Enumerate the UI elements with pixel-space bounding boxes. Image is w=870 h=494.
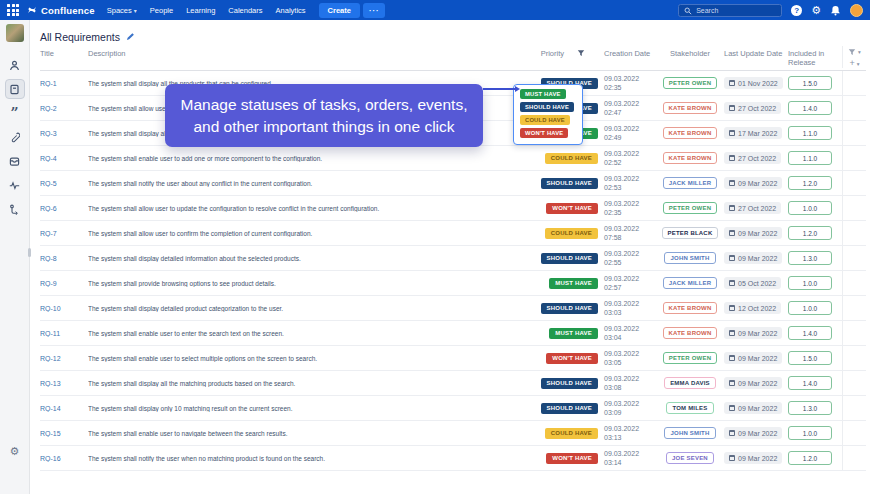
stakeholder-chip[interactable]: KATE BROWN <box>663 152 718 164</box>
last-update-chip[interactable]: 09 Mar 2022 <box>724 402 782 414</box>
priority-badge[interactable]: SHOULD HAVE <box>541 378 598 389</box>
activity-icon[interactable] <box>5 175 25 195</box>
release-chip[interactable]: 1.0.0 <box>788 201 832 215</box>
stakeholder-chip[interactable]: JACK MILLER <box>663 177 718 189</box>
row-id-link[interactable]: RQ-14 <box>40 405 88 412</box>
user-avatar[interactable] <box>850 4 863 17</box>
quotes-icon[interactable]: ” <box>5 103 25 123</box>
settings-icon[interactable]: ⚙ <box>811 5 821 16</box>
release-chip[interactable]: 1.0.0 <box>788 301 832 315</box>
nav-item-learning[interactable]: Learning <box>186 6 215 15</box>
row-id-link[interactable]: RQ-10 <box>40 305 88 312</box>
create-button[interactable]: Create <box>319 3 360 18</box>
release-chip[interactable]: 1.5.0 <box>788 351 832 365</box>
priority-badge[interactable]: SHOULD HAVE <box>541 178 598 189</box>
row-id-link[interactable]: RQ-13 <box>40 380 88 387</box>
last-update-chip[interactable]: 27 Oct 2022 <box>724 152 781 164</box>
pages-icon[interactable] <box>5 79 25 99</box>
confluence-brand[interactable]: Confluence <box>27 1 95 19</box>
help-icon[interactable]: ? <box>791 5 802 16</box>
row-id-link[interactable]: RQ-5 <box>40 180 88 187</box>
table-filter-button[interactable]: ▾ <box>848 48 861 56</box>
last-update-chip[interactable]: 01 Nov 2022 <box>724 77 783 89</box>
priority-filter-icon[interactable] <box>577 49 585 59</box>
stakeholder-chip[interactable]: KATE BROWN <box>663 127 718 139</box>
last-update-chip[interactable]: 09 Mar 2022 <box>724 252 782 264</box>
row-id-link[interactable]: RQ-6 <box>40 205 88 212</box>
priority-badge[interactable]: SHOULD HAVE <box>541 303 598 314</box>
more-actions-button[interactable]: ··· <box>363 3 386 18</box>
nav-item-calendars[interactable]: Calendars <box>228 6 262 15</box>
stakeholder-chip[interactable]: TOM MILES <box>666 402 713 414</box>
row-id-link[interactable]: RQ-7 <box>40 230 88 237</box>
row-id-link[interactable]: RQ-1 <box>40 80 88 87</box>
row-id-link[interactable]: RQ-15 <box>40 430 88 437</box>
priority-badge[interactable]: COULD HAVE <box>545 428 598 439</box>
release-chip[interactable]: 1.0.0 <box>788 276 832 290</box>
search-box[interactable] <box>678 4 782 17</box>
last-update-chip[interactable]: 09 Mar 2022 <box>724 377 782 389</box>
release-chip[interactable]: 1.2.0 <box>788 176 832 190</box>
last-update-chip[interactable]: 09 Mar 2022 <box>724 177 782 189</box>
row-id-link[interactable]: RQ-9 <box>40 280 88 287</box>
priority-badge[interactable]: SHOULD HAVE <box>541 403 598 414</box>
priority-option[interactable]: COULD HAVE <box>520 115 570 125</box>
nav-item-people[interactable]: People <box>150 6 173 15</box>
stakeholder-chip[interactable]: PETER BLACK <box>662 227 719 239</box>
stakeholder-chip[interactable]: KATE BROWN <box>663 302 718 314</box>
hierarchy-icon[interactable] <box>5 199 25 219</box>
last-update-chip[interactable]: 09 Mar 2022 <box>724 427 782 439</box>
space-avatar[interactable] <box>6 24 24 42</box>
release-chip[interactable]: 1.4.0 <box>788 376 832 390</box>
release-chip[interactable]: 1.0.0 <box>788 426 832 440</box>
row-id-link[interactable]: RQ-4 <box>40 155 88 162</box>
box-icon[interactable] <box>5 151 25 171</box>
stakeholder-chip[interactable]: PETER OWEN <box>663 202 717 214</box>
last-update-chip[interactable]: 27 Oct 2022 <box>724 202 781 214</box>
last-update-chip[interactable]: 09 Mar 2022 <box>724 352 782 364</box>
last-update-chip[interactable]: 05 Oct 2022 <box>724 277 781 289</box>
release-chip[interactable]: 1.5.0 <box>788 76 832 90</box>
edit-title-button[interactable] <box>126 32 135 41</box>
priority-option[interactable]: SHOULD HAVE <box>520 102 574 112</box>
stakeholder-chip[interactable]: JACK MILLER <box>663 277 718 289</box>
priority-option[interactable]: MUST HAVE <box>520 89 566 99</box>
search-input[interactable] <box>696 7 776 14</box>
release-chip[interactable]: 1.2.0 <box>788 451 832 465</box>
row-id-link[interactable]: RQ-2 <box>40 105 88 112</box>
stakeholder-chip[interactable]: KATE BROWN <box>663 102 718 114</box>
priority-badge[interactable]: WON'T HAVE <box>546 453 598 464</box>
notifications-icon[interactable] <box>830 5 841 16</box>
sidebar-settings-icon[interactable]: ⚙ <box>10 445 20 458</box>
priority-badge[interactable]: COULD HAVE <box>545 228 598 239</box>
sidebar-collapse-handle[interactable] <box>28 248 31 257</box>
app-switcher-icon[interactable] <box>7 4 19 16</box>
last-update-chip[interactable]: 09 Mar 2022 <box>724 452 782 464</box>
release-chip[interactable]: 1.4.0 <box>788 326 832 340</box>
release-chip[interactable]: 1.4.0 <box>788 101 832 115</box>
row-id-link[interactable]: RQ-8 <box>40 255 88 262</box>
nav-item-analytics[interactable]: Analytics <box>276 6 306 15</box>
nav-item-spaces[interactable]: Spaces▾ <box>107 6 137 15</box>
stakeholder-chip[interactable]: EMMA DAVIS <box>664 377 716 389</box>
priority-badge[interactable]: WON'T HAVE <box>546 353 598 364</box>
release-chip[interactable]: 1.3.0 <box>788 401 832 415</box>
last-update-chip[interactable]: 12 Oct 2022 <box>724 302 781 314</box>
add-item-button[interactable]: +▾ <box>849 59 859 68</box>
priority-badge[interactable]: MUST HAVE <box>549 328 598 339</box>
row-id-link[interactable]: RQ-16 <box>40 455 88 462</box>
attachments-icon[interactable] <box>5 127 25 147</box>
stakeholder-chip[interactable]: JOHN SMITH <box>664 252 715 264</box>
release-chip[interactable]: 1.1.0 <box>788 126 832 140</box>
stakeholder-chip[interactable]: PETER OWEN <box>663 352 717 364</box>
stakeholder-chip[interactable]: PETER OWEN <box>663 77 717 89</box>
last-update-chip[interactable]: 09 Mar 2022 <box>724 327 782 339</box>
priority-option[interactable]: WON'T HAVE <box>520 128 568 138</box>
stakeholder-chip[interactable]: JOHN SMITH <box>664 427 715 439</box>
release-chip[interactable]: 1.3.0 <box>788 251 832 265</box>
last-update-chip[interactable]: 17 Mar 2022 <box>724 127 782 139</box>
row-id-link[interactable]: RQ-11 <box>40 330 88 337</box>
release-chip[interactable]: 1.2.0 <box>788 226 832 240</box>
stakeholder-chip[interactable]: JOE SEVEN <box>666 452 714 464</box>
release-chip[interactable]: 1.1.0 <box>788 151 832 165</box>
